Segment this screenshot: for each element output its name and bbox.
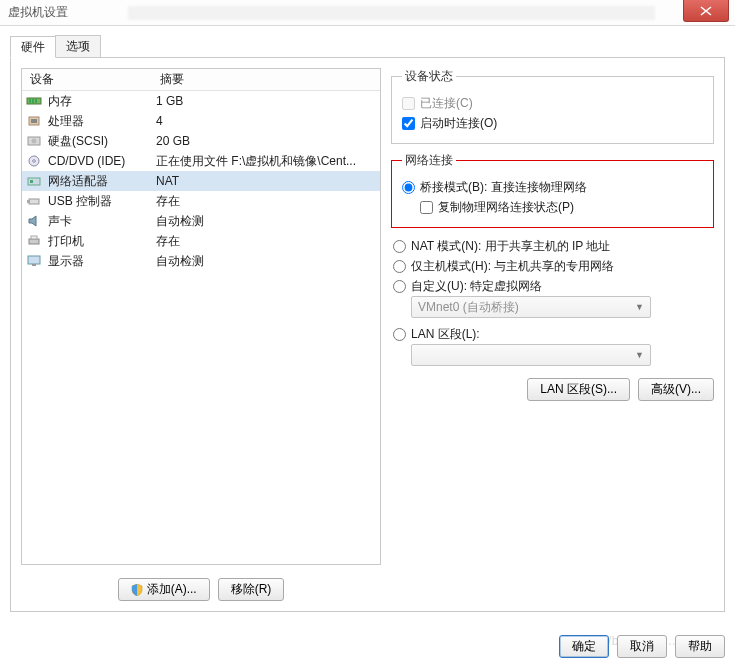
disk-icon: [26, 134, 42, 148]
col-summary: 摘要: [152, 71, 380, 88]
hardware-row-display[interactable]: 显示器自动检测: [22, 251, 380, 271]
add-button[interactable]: 添加(A)...: [118, 578, 210, 601]
sound-icon: [26, 214, 42, 228]
add-button-label: 添加(A)...: [147, 581, 197, 598]
chevron-down-icon: ▼: [635, 302, 644, 312]
svg-point-9: [33, 160, 36, 163]
lan-radio[interactable]: LAN 区段(L):: [393, 324, 712, 344]
printer-icon: [26, 234, 42, 248]
hardware-row-memory[interactable]: 内存1 GB: [22, 91, 380, 111]
hardware-actions: 添加(A)... 移除(R): [21, 571, 381, 601]
connected-checkbox[interactable]: 已连接(C): [402, 93, 703, 113]
memory-icon: [26, 94, 42, 108]
device-name: CD/DVD (IDE): [48, 154, 156, 168]
svg-rect-2: [32, 99, 34, 103]
connect-on-poweron-label: 启动时连接(O): [420, 115, 497, 132]
device-summary: NAT: [156, 174, 376, 188]
lan-radio-input[interactable]: [393, 328, 406, 341]
nat-radio[interactable]: NAT 模式(N): 用于共享主机的 IP 地址: [393, 236, 712, 256]
titlebar-text: 虚拟机设置: [8, 4, 68, 21]
lan-segment-combo[interactable]: ▼: [411, 344, 651, 366]
tab-hardware[interactable]: 硬件: [10, 36, 56, 58]
connect-on-poweron-checkbox[interactable]: 启动时连接(O): [402, 113, 703, 133]
shield-icon: [131, 584, 143, 596]
hardware-panel: 设备 摘要 内存1 GB处理器4硬盘(SCSI)20 GBCD/DVD (IDE…: [10, 58, 725, 612]
device-name: USB 控制器: [48, 193, 156, 210]
tabstrip: 硬件 选项: [10, 36, 725, 58]
close-button[interactable]: [683, 0, 729, 22]
replicate-checkbox[interactable]: 复制物理网络连接状态(P): [420, 197, 703, 217]
device-status-legend: 设备状态: [402, 68, 456, 85]
custom-radio[interactable]: 自定义(U): 特定虚拟网络: [393, 276, 712, 296]
hardware-row-nic[interactable]: 网络适配器NAT: [22, 171, 380, 191]
advanced-button[interactable]: 高级(V)...: [638, 378, 714, 401]
network-buttons: LAN 区段(S)... 高级(V)...: [391, 378, 714, 401]
device-name: 声卡: [48, 213, 156, 230]
titlebar-blur: [128, 6, 655, 20]
cancel-button[interactable]: 取消: [617, 635, 667, 658]
network-other-options: NAT 模式(N): 用于共享主机的 IP 地址 仅主机模式(H): 与主机共享…: [391, 236, 714, 366]
hostonly-label: 仅主机模式(H): 与主机共享的专用网络: [411, 258, 614, 275]
display-icon: [26, 254, 42, 268]
device-summary: 存在: [156, 233, 376, 250]
device-summary: 存在: [156, 193, 376, 210]
device-name: 打印机: [48, 233, 156, 250]
ok-button[interactable]: 确定: [559, 635, 609, 658]
network-connection-group: 网络连接 桥接模式(B): 直接连接物理网络 复制物理网络连接状态(P): [391, 152, 714, 228]
hardware-row-sound[interactable]: 声卡自动检测: [22, 211, 380, 231]
hardware-row-cpu[interactable]: 处理器4: [22, 111, 380, 131]
device-summary: 自动检测: [156, 213, 376, 230]
svg-rect-5: [31, 119, 37, 123]
device-summary: 自动检测: [156, 253, 376, 270]
svg-rect-15: [31, 236, 37, 239]
nat-label: NAT 模式(N): 用于共享主机的 IP 地址: [411, 238, 610, 255]
replicate-label: 复制物理网络连接状态(P): [438, 199, 574, 216]
nic-icon: [26, 174, 42, 188]
tab-options[interactable]: 选项: [55, 35, 101, 57]
close-icon: [700, 6, 712, 16]
lan-segments-button[interactable]: LAN 区段(S)...: [527, 378, 630, 401]
custom-network-value: VMnet0 (自动桥接): [418, 299, 519, 316]
hardware-row-usb[interactable]: USB 控制器存在: [22, 191, 380, 211]
chevron-down-icon: ▼: [635, 350, 644, 360]
lan-combo-wrap: ▼: [411, 344, 712, 366]
remove-button[interactable]: 移除(R): [218, 578, 285, 601]
bridged-radio-input[interactable]: [402, 181, 415, 194]
svg-rect-14: [29, 239, 39, 244]
connect-on-poweron-input[interactable]: [402, 117, 415, 130]
custom-network-combo[interactable]: VMnet0 (自动桥接) ▼: [411, 296, 651, 318]
bridged-label: 桥接模式(B): 直接连接物理网络: [420, 179, 587, 196]
svg-rect-11: [30, 180, 33, 183]
svg-rect-17: [32, 264, 36, 266]
device-name: 网络适配器: [48, 173, 156, 190]
network-legend: 网络连接: [402, 152, 456, 169]
vm-settings-window: 虚拟机设置 硬件 选项 设备 摘要 内存1 GB处理器4硬盘(SCSI)20 G…: [0, 0, 735, 664]
custom-combo-wrap: VMnet0 (自动桥接) ▼: [411, 296, 712, 318]
replicate-checkbox-input[interactable]: [420, 201, 433, 214]
svg-rect-16: [28, 256, 40, 264]
right-panel: 设备状态 已连接(C) 启动时连接(O) 网络连接 桥接模式(B): 直接连接物…: [391, 68, 714, 601]
dialog-footer: 确定 取消 帮助: [559, 635, 725, 658]
bridged-radio[interactable]: 桥接模式(B): 直接连接物理网络: [402, 177, 703, 197]
lan-label: LAN 区段(L):: [411, 326, 480, 343]
connected-checkbox-input[interactable]: [402, 97, 415, 110]
svg-rect-10: [28, 178, 40, 185]
titlebar: 虚拟机设置: [0, 0, 735, 26]
hostonly-radio[interactable]: 仅主机模式(H): 与主机共享的专用网络: [393, 256, 712, 276]
hardware-list-wrap: 设备 摘要 内存1 GB处理器4硬盘(SCSI)20 GBCD/DVD (IDE…: [21, 68, 381, 601]
custom-radio-input[interactable]: [393, 280, 406, 293]
hardware-row-disk[interactable]: 硬盘(SCSI)20 GB: [22, 131, 380, 151]
usb-icon: [26, 194, 42, 208]
hardware-row-printer[interactable]: 打印机存在: [22, 231, 380, 251]
svg-rect-1: [29, 99, 31, 103]
device-name: 处理器: [48, 113, 156, 130]
device-name: 显示器: [48, 253, 156, 270]
help-button[interactable]: 帮助: [675, 635, 725, 658]
col-device: 设备: [22, 71, 152, 88]
hostonly-radio-input[interactable]: [393, 260, 406, 273]
hardware-row-cd[interactable]: CD/DVD (IDE)正在使用文件 F:\虚拟机和镜像\Cent...: [22, 151, 380, 171]
cpu-icon: [26, 114, 42, 128]
hardware-list[interactable]: 设备 摘要 内存1 GB处理器4硬盘(SCSI)20 GBCD/DVD (IDE…: [21, 68, 381, 565]
nat-radio-input[interactable]: [393, 240, 406, 253]
device-status-group: 设备状态 已连接(C) 启动时连接(O): [391, 68, 714, 144]
